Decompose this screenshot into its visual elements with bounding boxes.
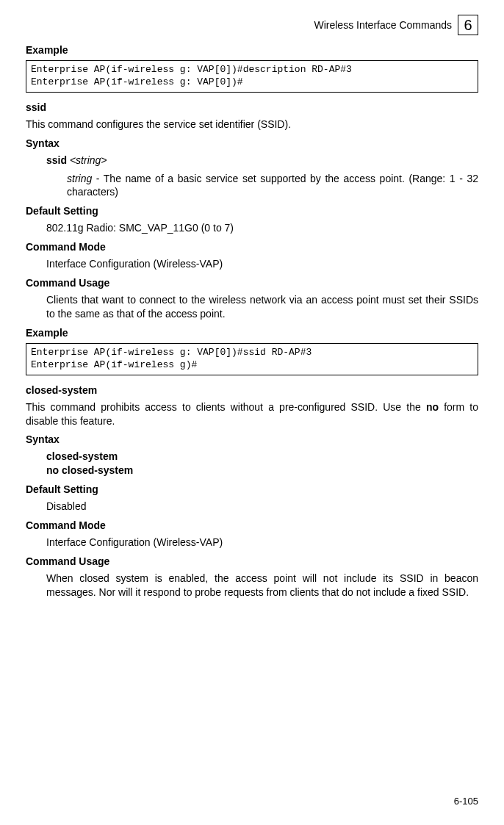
chapter-number-box: 6 xyxy=(458,15,478,35)
page-number: 6-105 xyxy=(454,796,478,807)
ssid-default-value: 802.11g Radio: SMC_VAP_11G0 (0 to 7) xyxy=(46,221,478,235)
ssid-mode-value: Interface Configuration (Wireless-VAP) xyxy=(46,257,478,271)
closed-title: closed-system xyxy=(26,384,478,396)
ssid-usage-value: Clients that want to connect to the wire… xyxy=(46,293,478,321)
ssid-example-label: Example xyxy=(26,327,478,339)
closed-syntax-block: closed-system no closed-system xyxy=(46,450,478,478)
ssid-description: This command configures the service set … xyxy=(26,118,478,132)
ssid-param-name: string xyxy=(67,173,92,184)
closed-default-value: Disabled xyxy=(46,500,478,514)
closed-default-label: Default Setting xyxy=(26,483,478,495)
closed-description: This command prohibits access to clients… xyxy=(26,400,478,428)
closed-mode-label: Command Mode xyxy=(26,519,478,531)
header-title: Wireless Interface Commands xyxy=(314,19,452,31)
closed-usage-value: When closed system is enabled, the acces… xyxy=(46,572,478,599)
ssid-title: ssid xyxy=(26,101,478,113)
closed-syntax-line1: closed-system xyxy=(46,450,478,464)
ssid-syntax: ssid <string> xyxy=(46,154,478,167)
ssid-mode-label: Command Mode xyxy=(26,241,478,253)
ssid-syntax-cmd: ssid xyxy=(46,154,67,166)
ssid-syntax-label: Syntax xyxy=(26,137,478,149)
ssid-param: string - The name of a basic service set… xyxy=(67,172,478,200)
ssid-usage-label: Command Usage xyxy=(26,277,478,289)
closed-syntax-line2: no closed-system xyxy=(46,464,478,478)
ssid-syntax-arg: <string> xyxy=(67,154,107,166)
code-block-1: Enterprise AP(if-wireless g: VAP[0])#des… xyxy=(26,60,478,93)
page-header: Wireless Interface Commands 6 xyxy=(26,15,478,35)
closed-desc-pre: This command prohibits access to clients… xyxy=(26,401,426,413)
closed-mode-value: Interface Configuration (Wireless-VAP) xyxy=(46,536,478,550)
closed-syntax-label: Syntax xyxy=(26,433,478,445)
closed-desc-bold: no xyxy=(426,401,439,413)
ssid-default-label: Default Setting xyxy=(26,205,478,217)
code-block-2: Enterprise AP(if-wireless g: VAP[0])#ssi… xyxy=(26,343,478,375)
example-heading-1: Example xyxy=(26,44,478,56)
ssid-param-desc: - The name of a basic service set suppor… xyxy=(67,173,478,198)
closed-usage-label: Command Usage xyxy=(26,555,478,567)
